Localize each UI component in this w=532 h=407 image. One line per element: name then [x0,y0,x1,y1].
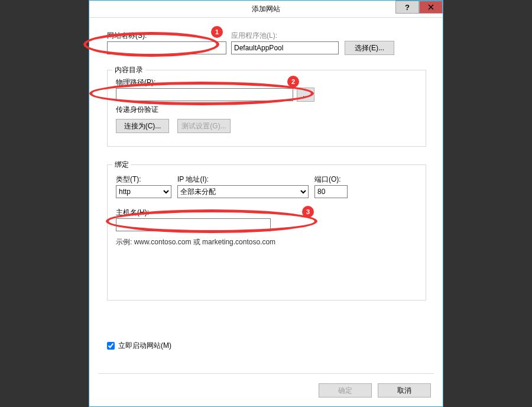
app-pool-field [231,41,339,54]
passthrough-label: 传递身份验证 [116,105,158,115]
add-website-dialog: 添加网站 ? 网站名称(S): 应用程序池(L): 选择(E)... 内容目录 … [89,0,443,407]
ip-select[interactable]: 全部未分配 [177,185,309,198]
connect-as-button[interactable]: 连接为(C)... [116,119,169,133]
port-input[interactable] [314,185,348,198]
help-button[interactable]: ? [395,1,419,14]
physical-path-input[interactable] [116,88,293,101]
start-now-input[interactable] [107,342,115,350]
hostname-example: 示例: www.contoso.com 或 marketing.contoso.… [116,237,275,247]
type-label: 类型(T): [116,175,141,185]
site-name-label: 网站名称(S): [107,31,147,41]
test-settings-button: 测试设置(G)... [177,119,231,133]
ok-button: 确定 [319,383,372,398]
type-select[interactable]: http [116,185,171,198]
select-app-pool-button[interactable]: 选择(E)... [345,41,394,55]
window-title: 添加网站 [252,4,280,14]
ip-label: IP 地址(I): [177,175,209,185]
close-button[interactable] [419,1,443,14]
footer-separator [98,373,434,374]
titlebar: 添加网站 ? [89,1,443,18]
start-now-label: 立即启动网站(M) [118,341,171,351]
close-icon [428,4,434,10]
annotation-badge-1: 1 [211,26,223,38]
port-label: 端口(O): [314,175,341,185]
dialog-body: 网站名称(S): 应用程序池(L): 选择(E)... 内容目录 物理路径(P)… [89,18,443,407]
hostname-label: 主机名(H): [116,208,149,218]
site-name-input[interactable] [107,41,226,54]
browse-button[interactable]: ... [297,88,314,102]
cancel-button[interactable]: 取消 [378,383,431,398]
binding-group-legend: 绑定 [112,160,131,170]
binding-group: 绑定 类型(T): IP 地址(I): 端口(O): http 全部未分配 主机… [107,164,426,301]
physical-path-label: 物理路径(P): [116,77,155,88]
start-now-checkbox[interactable]: 立即启动网站(M) [107,341,171,351]
hostname-input[interactable] [116,218,271,231]
app-pool-label: 应用程序池(L): [231,31,277,41]
content-group: 内容目录 物理路径(P): ... 传递身份验证 连接为(C)... 测试设置(… [107,70,426,147]
content-group-legend: 内容目录 [112,65,145,75]
